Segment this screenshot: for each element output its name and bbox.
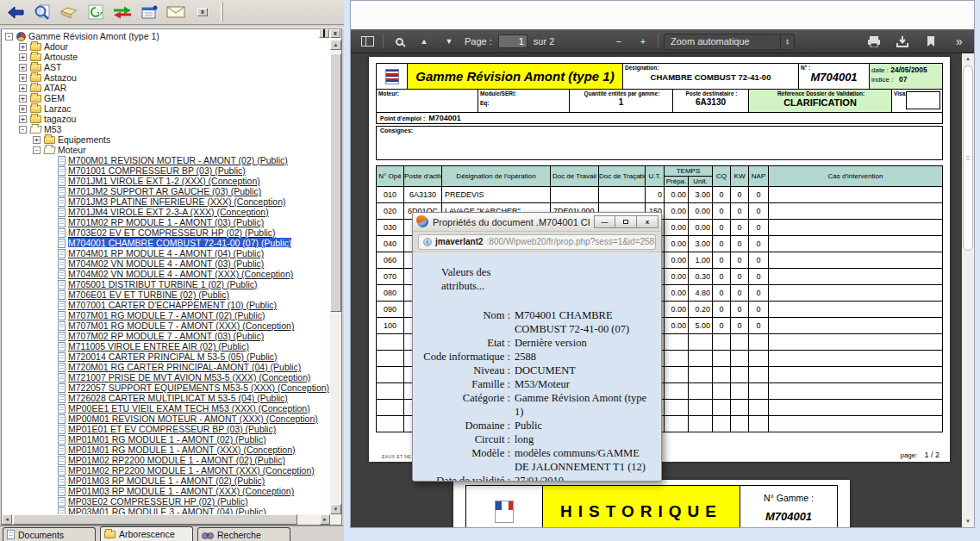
tree-item-label[interactable]: Gamme Révision Amont (type 1) xyxy=(28,31,159,41)
close-panel-button[interactable]: x xyxy=(330,29,340,38)
tree-item-label[interactable]: M704M01 RP MODULE 4 - AMONT (04) (Public… xyxy=(68,248,264,258)
tree-document-item[interactable]: MP01M01 RG MODULE 1 - AMONT (02) (Public… xyxy=(3,434,329,445)
zoom-in-button[interactable]: + xyxy=(634,32,652,51)
tree-document-item[interactable]: M704M02 VN MODULE 4 - AMONT (03) (Public… xyxy=(3,258,329,269)
page-number-input[interactable] xyxy=(498,34,527,48)
viewer-scrollbar[interactable]: ▲ ▼ xyxy=(962,53,974,527)
tree-folder-item[interactable]: +GEM xyxy=(3,93,329,103)
tree-document-item[interactable]: M707M02 RP MODULE 7 - AMONT (03) (Public… xyxy=(3,331,329,341)
tree-item-label[interactable]: M701JM2 SUPPORT AR GAUCHE (03) (Public) xyxy=(68,186,261,196)
tree-item-label[interactable]: M707001 CARTER D'ECHAPPEMENT (10) (Publi… xyxy=(68,300,277,310)
tree-item-label[interactable]: Artouste xyxy=(44,52,78,62)
tree-document-item[interactable]: MP01E01 ET EV COMPRESSEUR BP (03) (Publi… xyxy=(3,424,329,434)
tree-folder-item[interactable]: +Artouste xyxy=(3,52,329,62)
tree-folder-item[interactable]: -Gamme Révision Amont (type 1) xyxy=(3,31,329,41)
tree-vertical-scrollbar[interactable]: ▲ ▼ xyxy=(330,40,341,514)
refresh-button[interactable] xyxy=(85,3,106,22)
tree-item-label[interactable]: M726028 CARTER MULTIPLICAT M 53-5 (04) (… xyxy=(68,393,288,403)
tree-document-item[interactable]: M707M01 RG MODULE 7 - AMONT (XXX) (Conce… xyxy=(3,320,329,331)
tree-document-item[interactable]: MP01M01 RG MODULE 1 - AMONT (XXX) (Conce… xyxy=(3,445,329,455)
tree-item-label[interactable]: Larzac xyxy=(44,103,72,114)
expand-icon[interactable]: + xyxy=(19,64,27,72)
tab-documents[interactable]: Documents xyxy=(3,527,96,541)
tree-document-item[interactable]: MP03E02 COMPRESSEUR HP (02) (Public) xyxy=(3,496,329,507)
tree-document-item[interactable]: M704001 CHAMBRE COMBUST 72-41-00 (07) (P… xyxy=(3,238,329,248)
tree-item-label[interactable]: M704001 CHAMBRE COMBUST 72-41-00 (07) (P… xyxy=(68,238,291,248)
tree-item-label[interactable]: MP01M01 RG MODULE 1 - AMONT (XXX) (Conce… xyxy=(68,445,296,455)
scrollbar-thumb[interactable] xyxy=(330,53,341,312)
scroll-down-icon[interactable]: ▼ xyxy=(963,516,973,527)
close-window-button[interactable]: x xyxy=(192,3,213,22)
expand-icon[interactable]: + xyxy=(19,105,27,113)
tree-document-item[interactable]: MP01M02 RP2200 MODULE 1 - AMONT (XXX) (C… xyxy=(3,465,329,476)
minimize-button[interactable]: — xyxy=(594,215,615,228)
tree-item-label[interactable]: MP03M01 RG MODULE 3 - AMONT (04) (Public… xyxy=(68,507,266,514)
collapse-icon[interactable]: - xyxy=(19,126,27,134)
tree-item-label[interactable]: M707M01 RG MODULE 7 - AMONT (02) (Public… xyxy=(68,310,265,320)
expand-icon[interactable]: + xyxy=(19,95,27,103)
tree-item-label[interactable]: M701JM1 VIROLE EXT 1-2 (XXX) (Conception… xyxy=(68,176,260,186)
tree-item-label[interactable]: MP01M03 RP MODULE 1 - AMONT (XXX) (Conce… xyxy=(68,486,294,496)
tree-document-item[interactable]: M701JM4 VIROLE EXT 2-3-A (XXX) (Concepti… xyxy=(3,207,329,217)
tree-document-item[interactable]: M720M01 RG CARTER PRINCIPAL-AMONT (04) (… xyxy=(3,362,329,372)
tree-document-item[interactable]: M707001 CARTER D'ECHAPPEMENT (10) (Publi… xyxy=(3,300,329,310)
expand-icon[interactable]: + xyxy=(19,84,27,92)
zoom-out-button[interactable]: − xyxy=(609,32,628,51)
tree-document-item[interactable]: M726028 CARTER MULTIPLICAT M 53-5 (04) (… xyxy=(3,393,329,403)
mail-button[interactable] xyxy=(165,3,186,22)
tree-item-label[interactable]: Equipements xyxy=(58,134,110,145)
tree-item-label[interactable]: MP00EE1 ETU VIEIL EXAM TECH M53 (XXX) (C… xyxy=(68,403,310,414)
tree-document-item[interactable]: M704M01 RP MODULE 4 - AMONT (04) (Public… xyxy=(3,248,329,258)
tree-document-item[interactable]: M722057 SUPPORT EQUIPEMENTS M53-5 (XXX) … xyxy=(3,382,329,393)
tree-item-label[interactable]: M701M02 RP MODULE 1 - AMONT (03) (Public… xyxy=(68,217,264,227)
tree-document-item[interactable]: M700M01 REVISION MOTEUR - AMONT (02) (Pu… xyxy=(3,155,329,165)
tree-document-item[interactable]: MP01M03 RP MODULE 1 - AMONT (XXX) (Conce… xyxy=(3,486,329,496)
scroll-left-icon[interactable]: ◄ xyxy=(2,514,12,525)
close-button[interactable]: x xyxy=(637,215,659,228)
tree-item-label[interactable]: Astazou xyxy=(44,72,77,83)
tree-document-item[interactable]: M711005 VIROLE ENTREE AIR (02) (Public) xyxy=(3,341,329,351)
expand-icon[interactable]: + xyxy=(33,136,41,144)
tree-item-label[interactable]: M704M02 VN MODULE 4 - AMONT (03) (Public… xyxy=(68,258,264,269)
tree-item-label[interactable]: MP01M02 RP2200 MODULE 1 - AMONT (XXX) (C… xyxy=(68,465,315,476)
collapse-icon[interactable]: - xyxy=(5,33,13,40)
tree-document-item[interactable]: M703E02 EV ET COMPRESSEUR HP (02) (Publi… xyxy=(3,227,329,238)
tree-horizontal-scrollbar[interactable]: ◄ ► xyxy=(2,514,330,525)
tree-folder-item[interactable]: +Astazou xyxy=(3,72,329,83)
maximize-button[interactable] xyxy=(615,215,637,228)
tree-item-label[interactable]: M704M02 VN MODULE 4 - AMONT (XXX) (Conce… xyxy=(68,269,293,279)
send-button[interactable] xyxy=(59,3,79,22)
tree-item-label[interactable]: MP03E02 COMPRESSEUR HP (02) (Public) xyxy=(68,496,248,507)
tree-folder-item[interactable]: +Larzac xyxy=(3,103,329,114)
tab-recherche[interactable]: Recherche xyxy=(197,527,290,541)
tree-item-label[interactable]: MP00M01 REVISION MOTEUR - AMONT (XXX) (C… xyxy=(68,414,318,424)
tree-folder-item[interactable]: -M53 xyxy=(3,124,329,134)
tree-item-label[interactable]: MP01M03 RP MODULE 1 - AMONT (02) (Public… xyxy=(68,476,265,486)
scroll-right-icon[interactable]: ► xyxy=(320,514,330,525)
tree-document-item[interactable]: MP00EE1 ETU VIEIL EXAM TECH M53 (XXX) (C… xyxy=(3,403,329,414)
tree-document-item[interactable]: M707M01 RG MODULE 7 - AMONT (02) (Public… xyxy=(3,310,329,320)
tree-document-item[interactable]: M701JM2 SUPPORT AR GAUCHE (03) (Public) xyxy=(3,186,329,196)
expand-icon[interactable]: + xyxy=(19,53,27,61)
tree-item-label[interactable]: M707M01 RG MODULE 7 - AMONT (XXX) (Conce… xyxy=(68,320,294,331)
preview-button[interactable] xyxy=(32,3,53,22)
expand-icon[interactable]: + xyxy=(19,115,27,123)
expand-icon[interactable]: + xyxy=(19,43,27,51)
tree-document-item[interactable]: M701JM3 PLATINE INFERIEURE (XXX) (Concep… xyxy=(3,196,329,207)
toggle-sidebar-button[interactable] xyxy=(358,32,377,51)
tree-folder-item[interactable]: +tagazou xyxy=(3,114,329,124)
restore-panel-button[interactable] xyxy=(319,29,329,38)
tree-folder-item[interactable]: -Moteur xyxy=(3,145,329,155)
tree-item-label[interactable]: M705001 DISTRIBUT TURBINE 1 (02) (Public… xyxy=(68,279,258,289)
tab-arborescence[interactable]: Arborescence xyxy=(100,526,193,541)
pane-splitter[interactable] xyxy=(344,0,350,541)
collapse-icon[interactable]: - xyxy=(33,146,41,154)
properties-button[interactable] xyxy=(139,3,159,22)
tree-document-item[interactable]: M705001 DISTRIBUT TURBINE 1 (02) (Public… xyxy=(3,279,329,289)
tree-item-label[interactable]: M720M01 RG CARTER PRINCIPAL-AMONT (04) (… xyxy=(68,362,301,372)
scroll-up-icon[interactable]: ▲ xyxy=(963,53,973,65)
zoom-select[interactable]: Zoom automatique ▲▼ xyxy=(664,34,795,50)
tree-item-label[interactable]: M701JM3 PLATINE INFERIEURE (XXX) (Concep… xyxy=(68,196,285,207)
tree-item-label[interactable]: MP01E01 ET EV COMPRESSEUR BP (03) (Publi… xyxy=(68,424,276,434)
scroll-down-icon[interactable]: ▼ xyxy=(330,504,341,514)
